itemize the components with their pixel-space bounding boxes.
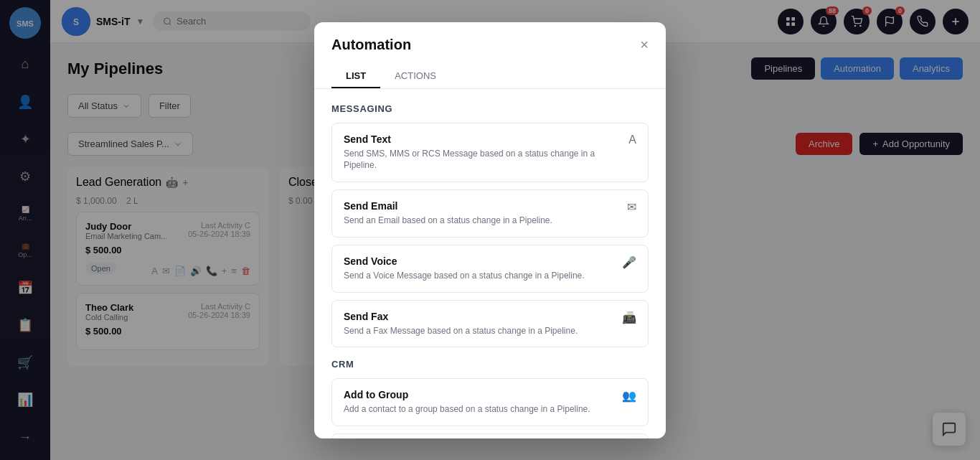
send-voice-title: Send Voice <box>344 255 615 267</box>
send-fax-content: Send Fax Send a Fax Message based on a s… <box>344 311 615 337</box>
send-voice-icon: 🎤 <box>622 255 636 269</box>
send-text-card[interactable]: Send Text Send SMS, MMS or RCS Message b… <box>331 123 649 183</box>
send-email-card[interactable]: Send Email Send an Email based on a stat… <box>331 189 649 238</box>
messaging-section-title: MESSAGING <box>331 103 649 114</box>
modal-tabs: LIST ACTIONS <box>314 53 666 89</box>
automation-modal: Automation × LIST ACTIONS MESSAGING Send… <box>314 22 666 438</box>
modal-tab-actions[interactable]: ACTIONS <box>380 65 451 88</box>
send-text-desc: Send SMS, MMS or RCS Message based on a … <box>344 148 621 172</box>
send-fax-icon: 📠 <box>622 311 636 324</box>
add-to-group-icon: 👥 <box>622 389 636 403</box>
send-fax-title: Send Fax <box>344 311 615 322</box>
remove-from-group-card[interactable]: Remove from Group Remove a contact from … <box>331 433 649 438</box>
send-email-icon: ✉ <box>627 200 636 214</box>
modal-tab-list[interactable]: LIST <box>331 65 380 88</box>
add-to-group-content: Add to Group Add a contact to a group ba… <box>344 389 615 416</box>
send-text-title: Send Text <box>344 133 621 145</box>
modal-header: Automation × <box>314 22 666 53</box>
send-email-content: Send Email Send an Email based on a stat… <box>344 200 620 227</box>
add-to-group-desc: Add a contact to a group based on a stat… <box>344 403 615 416</box>
send-voice-desc: Send a Voice Message based on a status c… <box>344 270 615 282</box>
modal-title: Automation <box>331 37 411 53</box>
modal-body: MESSAGING Send Text Send SMS, MMS or RCS… <box>314 89 666 438</box>
send-text-content: Send Text Send SMS, MMS or RCS Message b… <box>344 133 621 172</box>
add-to-group-title: Add to Group <box>344 389 615 400</box>
send-voice-content: Send Voice Send a Voice Message based on… <box>344 255 615 282</box>
add-to-group-card[interactable]: Add to Group Add a contact to a group ba… <box>331 378 649 426</box>
crm-section-title: CRM <box>331 359 649 370</box>
modal-close-button[interactable]: × <box>640 37 649 52</box>
send-fax-card[interactable]: Send Fax Send a Fax Message based on a s… <box>331 300 649 348</box>
send-email-desc: Send an Email based on a status change i… <box>344 215 620 227</box>
send-voice-card[interactable]: Send Voice Send a Voice Message based on… <box>331 245 649 293</box>
send-text-icon: A <box>628 133 636 146</box>
modal-overlay[interactable]: Automation × LIST ACTIONS MESSAGING Send… <box>0 0 980 460</box>
send-fax-desc: Send a Fax Message based on a status cha… <box>344 325 615 337</box>
send-email-title: Send Email <box>344 200 620 212</box>
